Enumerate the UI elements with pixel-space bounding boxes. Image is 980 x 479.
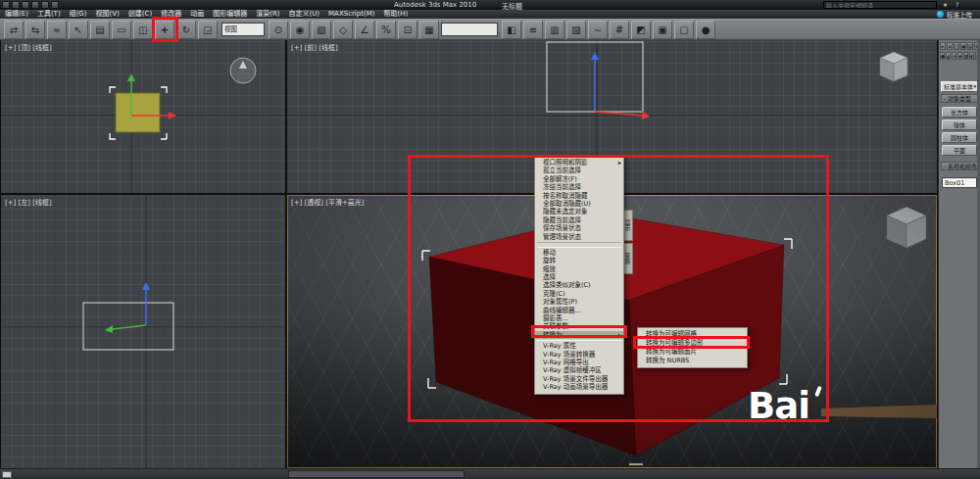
unlink-selection-icon[interactable]: ⇆: [25, 21, 45, 39]
viewport-top-label[interactable]: [+] [顶] [线框]: [5, 42, 52, 52]
menu-item-save-scene-state[interactable]: 保存场景状态: [535, 224, 623, 232]
menu-item-select-similar[interactable]: 选择类似对象(C): [535, 281, 623, 289]
display-tab-icon[interactable]: ▤: [967, 42, 973, 50]
cameras-category-icon[interactable]: ◈: [957, 52, 962, 60]
object-type-rollout-header[interactable]: - 对象类型: [941, 94, 978, 103]
menu-item-hide-selection[interactable]: 隐藏当前选择: [535, 216, 623, 224]
viewport-perspective-label[interactable]: [+] [透视] [平滑+高光]: [291, 197, 365, 207]
application-button-icon[interactable]: [2, 1, 10, 9]
menu-item-isolate-selection[interactable]: 孤立当前选择: [535, 167, 623, 174]
cylinder-button[interactable]: 圆柱体: [942, 132, 977, 143]
menu-item-rotate[interactable]: 旋转: [535, 257, 623, 264]
menu-modifiers[interactable]: 修改器: [161, 10, 181, 19]
named-selection-sets-dropdown[interactable]: [441, 23, 498, 36]
motion-tab-icon[interactable]: ◉: [960, 42, 966, 50]
helpers-category-icon[interactable]: ▦: [963, 52, 968, 60]
use-pivot-point-center-icon[interactable]: ⊙: [269, 21, 288, 39]
menu-tools[interactable]: 工具(T): [37, 10, 61, 19]
select-and-scale-icon[interactable]: ◲: [198, 21, 218, 39]
menu-edit[interactable]: 编辑(E): [5, 10, 28, 19]
redo-icon[interactable]: [51, 1, 59, 9]
menu-item-vray-scene-converter[interactable]: V-Ray 场景转换器: [535, 351, 623, 359]
menu-item-move[interactable]: 移动: [535, 249, 623, 257]
select-and-link-icon[interactable]: ⇄: [4, 21, 24, 39]
menu-item-wire-parameters[interactable]: 关联参数...: [535, 322, 623, 330]
menu-group[interactable]: 组(G): [70, 10, 87, 19]
menu-maxscript[interactable]: MAXScript(M): [328, 10, 374, 19]
menu-item-unhide-by-name[interactable]: 按名称取消隐藏: [535, 192, 623, 200]
menu-item-convert-to-editable-poly[interactable]: 转换为可编辑多边形: [638, 339, 747, 348]
menu-item-vray-properties[interactable]: V-Ray 属性: [535, 342, 623, 350]
bind-to-space-warp-icon[interactable]: ≈: [47, 21, 67, 39]
mirror-icon[interactable]: ◧: [502, 21, 521, 39]
menu-graph-editors[interactable]: 图形编辑器: [213, 10, 247, 19]
menu-item-convert-to-nurbs[interactable]: 转换为 NURBS: [638, 357, 747, 365]
menu-item-scale[interactable]: 缩放: [535, 265, 623, 273]
menu-views[interactable]: 视图(V): [96, 10, 120, 19]
viewport-front-label[interactable]: [+] [前] [线框]: [291, 42, 338, 52]
menu-item-unfreeze-all[interactable]: 全部解冻(F): [535, 175, 623, 183]
primitive-category-dropdown[interactable]: 标准基本体 ▾: [941, 81, 978, 92]
menu-customize[interactable]: 自定义(U): [288, 10, 319, 19]
graphite-modeling-toggle-icon[interactable]: ▨: [566, 21, 586, 39]
select-by-name-icon[interactable]: ▤: [90, 21, 110, 39]
layer-manager-icon[interactable]: ▥: [545, 21, 564, 39]
plane-button[interactable]: 平面: [942, 145, 977, 156]
name-color-rollout-header[interactable]: - 名称和颜色: [941, 162, 978, 170]
menu-item-convert-to[interactable]: 转换为:▸: [535, 331, 623, 339]
new-file-icon[interactable]: [12, 1, 20, 9]
menu-item-vray-scene-file-export[interactable]: V-Ray 场景文件导出器: [535, 375, 623, 383]
menu-item-vray-animation-export[interactable]: V-Ray 动画场景导出器: [535, 383, 623, 391]
maxscript-listener-chip[interactable]: [2, 471, 12, 478]
keyboard-shortcut-override-icon[interactable]: ▧: [312, 21, 331, 39]
align-icon[interactable]: ≡: [523, 21, 543, 39]
menu-animation[interactable]: 动画: [190, 10, 204, 19]
reference-coordinate-dropdown[interactable]: 视图: [221, 23, 265, 36]
favorites-star-icon[interactable]: ★: [941, 1, 950, 9]
curve-editor-icon[interactable]: ∼: [588, 21, 608, 39]
render-setup-icon[interactable]: ▣: [653, 21, 672, 39]
geometry-category-icon[interactable]: ●: [940, 52, 945, 60]
menu-item-freeze-selection[interactable]: 冻结当前选择: [535, 183, 623, 191]
menu-item-manage-scene-states[interactable]: 管理场景状态: [535, 233, 623, 241]
menu-item-select[interactable]: 选择: [535, 273, 623, 281]
menu-item-curve-editor[interactable]: 曲线编辑器...: [535, 307, 623, 314]
menu-item-hide-unselected[interactable]: 隐藏未选定对象: [535, 208, 623, 216]
spinner-snap-toggle-icon[interactable]: ⊡: [398, 21, 417, 39]
menu-create[interactable]: 创建(C): [128, 10, 152, 19]
space-warps-category-icon[interactable]: ◐: [969, 52, 974, 60]
menu-help[interactable]: 帮助(H): [384, 10, 409, 19]
angle-snap-toggle-icon[interactable]: ∠: [355, 21, 374, 39]
menu-item-vray-mesh-export[interactable]: V-Ray 网格导出: [535, 359, 623, 366]
open-file-icon[interactable]: [22, 1, 29, 9]
menu-item-convert-to-editable-patch[interactable]: 转换为可编辑面片: [638, 348, 747, 357]
menu-item-unhide-all[interactable]: 全部取消隐藏(U): [535, 200, 623, 208]
upload-status-icon[interactable]: [937, 11, 944, 18]
undo-icon[interactable]: [41, 1, 49, 9]
infocenter-search-input[interactable]: [823, 1, 937, 9]
viewport-left-label[interactable]: [+] [左] [线框]: [5, 197, 52, 207]
viewport-top[interactable]: [+] [顶] [线框]: [1, 40, 285, 193]
object-name-field[interactable]: Box01: [942, 177, 977, 188]
rectangular-selection-region-icon[interactable]: ▭: [112, 21, 131, 39]
create-tab-icon[interactable]: ▸: [940, 42, 946, 50]
window-crossing-icon[interactable]: ◫: [133, 21, 153, 39]
select-object-icon[interactable]: ↖: [69, 21, 88, 39]
sphere-button[interactable]: 球体: [942, 120, 977, 130]
menu-item-convert-to-editable-mesh[interactable]: 转换为可编辑网格: [638, 330, 747, 339]
viewport-left[interactable]: [+] [左] [线框]: [1, 195, 285, 468]
schematic-view-icon[interactable]: #: [610, 21, 629, 39]
material-editor-icon[interactable]: ◩: [631, 21, 651, 39]
help-icon[interactable]: ?: [953, 1, 961, 9]
save-file-icon[interactable]: [31, 1, 39, 9]
lights-category-icon[interactable]: ⊚: [952, 52, 956, 60]
select-and-rotate-icon[interactable]: ↻: [176, 21, 196, 39]
percent-snap-toggle-icon[interactable]: %: [376, 21, 396, 39]
select-and-move-icon[interactable]: +: [155, 21, 174, 39]
menu-item-clone[interactable]: 克隆(C): [535, 290, 623, 298]
snaps-toggle-icon[interactable]: ◇: [333, 21, 353, 39]
menu-item-vray-vfb[interactable]: V-Ray 虚拟帧缓冲区: [535, 366, 623, 374]
box-button[interactable]: 长方体: [942, 107, 977, 118]
menu-item-viewport-lighting-shadows[interactable]: 视口照明和阴影▸: [535, 159, 623, 167]
select-and-manipulate-icon[interactable]: ◉: [290, 21, 310, 39]
